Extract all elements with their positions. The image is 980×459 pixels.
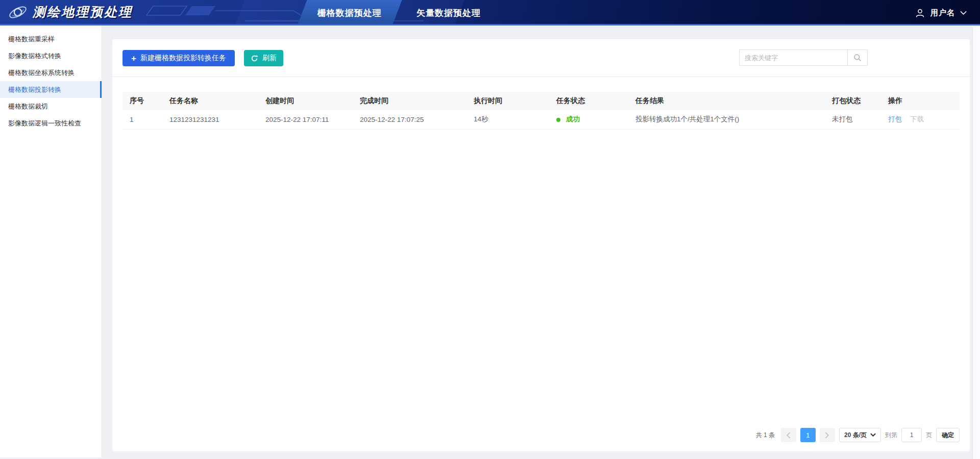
main-area: + 新建栅格数据投影转换任务 刷新 bbox=[102, 26, 980, 457]
sidebar-item-image-format-convert[interactable]: 影像数据格式转换 bbox=[0, 47, 102, 64]
top-tabs: 栅格数据预处理 矢量数据预处理 bbox=[302, 0, 481, 26]
sidebar: 栅格数据重采样 影像数据格式转换 栅格数据坐标系统转换 栅格数据投影转换 栅格数… bbox=[0, 26, 102, 457]
cell-duration: 14秒 bbox=[467, 110, 549, 129]
search-input[interactable] bbox=[739, 49, 847, 66]
chevron-down-icon bbox=[870, 433, 876, 437]
brand: 测绘地理预处理 bbox=[0, 3, 133, 22]
spacer bbox=[112, 130, 970, 428]
sidebar-item-raster-clip[interactable]: 栅格数据裁切 bbox=[0, 98, 102, 115]
user-name: 用户名 bbox=[930, 8, 955, 18]
pagination-total: 共 1 条 bbox=[756, 431, 775, 440]
cell-finished-at: 2025-12-22 17:07:25 bbox=[353, 110, 467, 129]
status-dot bbox=[556, 118, 560, 122]
page-size-value: 20 条/页 bbox=[844, 431, 867, 440]
sidebar-item-raster-resample[interactable]: 栅格数据重采样 bbox=[0, 31, 102, 47]
col-status: 任务状态 bbox=[549, 92, 628, 110]
page-size-select[interactable]: 20 条/页 bbox=[839, 428, 881, 442]
refresh-label: 刷新 bbox=[262, 54, 277, 63]
user-menu[interactable]: 用户名 bbox=[915, 0, 967, 26]
app-header: 测绘地理预处理 栅格数据预处理 矢量数据预处理 用户名 bbox=[0, 0, 980, 26]
scrollbar-track[interactable] bbox=[972, 27, 980, 459]
next-page-button[interactable] bbox=[820, 428, 835, 442]
goto-confirm-button[interactable]: 确定 bbox=[936, 428, 960, 442]
table-header-row: 序号 任务名称 创建时间 完成时间 执行时间 任务状态 任务结果 打包状态 操作 bbox=[122, 92, 960, 110]
plus-icon: + bbox=[131, 54, 136, 63]
new-task-button[interactable]: + 新建栅格数据投影转换任务 bbox=[122, 50, 235, 66]
goto-page-input[interactable] bbox=[901, 428, 922, 442]
content-card: + 新建栅格数据投影转换任务 刷新 bbox=[112, 39, 970, 451]
col-duration: 执行时间 bbox=[467, 92, 549, 110]
col-created-at: 创建时间 bbox=[258, 92, 353, 110]
col-finished-at: 完成时间 bbox=[353, 92, 467, 110]
refresh-button[interactable]: 刷新 bbox=[244, 50, 283, 66]
tab-raster-preprocessing[interactable]: 栅格数据预处理 bbox=[297, 0, 402, 26]
user-icon bbox=[915, 8, 925, 18]
search-group bbox=[739, 49, 868, 66]
tab-vector-preprocessing[interactable]: 矢量数据预处理 bbox=[416, 7, 481, 19]
tab-label: 栅格数据预处理 bbox=[317, 7, 382, 19]
task-table: 序号 任务名称 创建时间 完成时间 执行时间 任务状态 任务结果 打包状态 操作 bbox=[122, 92, 960, 130]
table-row: 1 1231231231231 2025-12-22 17:07:11 2025… bbox=[122, 110, 960, 129]
cell-actions: 打包 下载 bbox=[881, 110, 960, 129]
col-actions: 操作 bbox=[881, 92, 960, 110]
app-title: 测绘地理预处理 bbox=[33, 4, 133, 20]
chevron-right-icon bbox=[825, 432, 829, 439]
sidebar-item-image-logic-check[interactable]: 影像数据逻辑一致性检查 bbox=[0, 115, 102, 132]
col-task-name: 任务名称 bbox=[162, 92, 258, 110]
page-number-1[interactable]: 1 bbox=[800, 428, 816, 442]
download-link[interactable]: 下载 bbox=[910, 115, 924, 123]
search-icon bbox=[853, 54, 862, 62]
goto-prefix: 到第 bbox=[885, 431, 897, 440]
refresh-icon bbox=[251, 55, 258, 62]
search-button[interactable] bbox=[847, 49, 868, 66]
cell-index: 1 bbox=[122, 110, 162, 129]
status-text: 成功 bbox=[566, 115, 580, 123]
col-result: 任务结果 bbox=[628, 92, 825, 110]
goto-suffix: 页 bbox=[926, 431, 932, 440]
col-index: 序号 bbox=[122, 92, 162, 110]
col-pack-status: 打包状态 bbox=[825, 92, 881, 110]
chevron-down-icon bbox=[960, 11, 967, 15]
cell-status: 成功 bbox=[549, 110, 628, 129]
task-table-wrap: 序号 任务名称 创建时间 完成时间 执行时间 任务状态 任务结果 打包状态 操作 bbox=[112, 77, 970, 130]
cell-pack-status: 未打包 bbox=[825, 110, 881, 129]
cell-result: 投影转换成功1个/共处理1个文件() bbox=[628, 110, 825, 129]
new-task-label: 新建栅格数据投影转换任务 bbox=[140, 54, 226, 63]
pack-link[interactable]: 打包 bbox=[888, 115, 902, 123]
logo-orbit-icon bbox=[8, 3, 28, 22]
toolbar: + 新建栅格数据投影转换任务 刷新 bbox=[112, 39, 970, 77]
cell-task-name: 1231231231231 bbox=[162, 110, 258, 129]
sidebar-item-raster-projection-convert[interactable]: 栅格数据投影转换 bbox=[0, 81, 102, 98]
cell-created-at: 2025-12-22 17:07:11 bbox=[258, 110, 353, 129]
pagination: 共 1 条 1 20 条/页 bbox=[112, 428, 970, 451]
sidebar-item-raster-coordsys-convert[interactable]: 栅格数据坐标系统转换 bbox=[0, 64, 102, 81]
prev-page-button[interactable] bbox=[781, 428, 796, 442]
chevron-left-icon bbox=[786, 432, 791, 439]
